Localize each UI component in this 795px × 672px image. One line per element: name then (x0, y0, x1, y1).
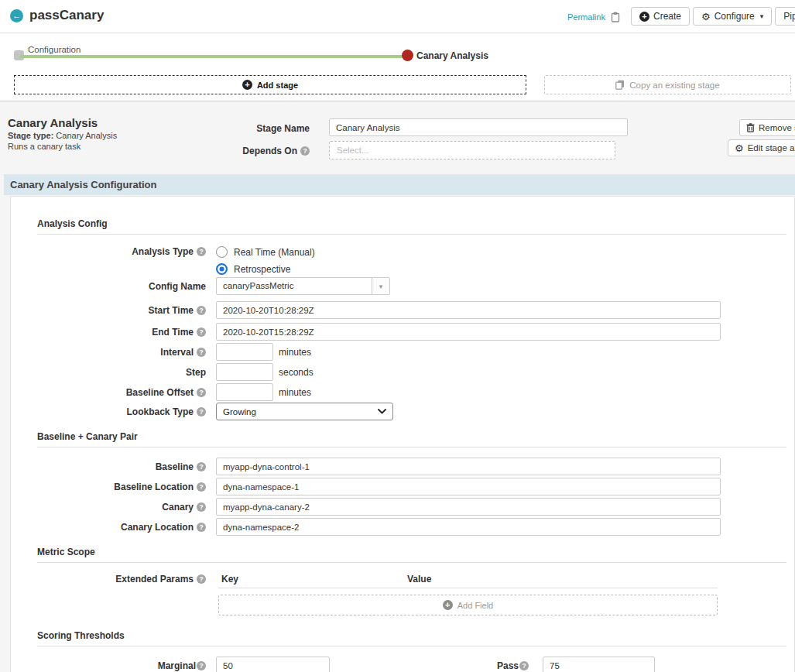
graph-stage-canary-analysis-label[interactable]: Canary Analysis (416, 50, 488, 61)
end-time-label: End Time? (37, 327, 206, 338)
clipboard-icon[interactable] (611, 12, 620, 22)
radio-retrospective[interactable]: Retrospective (216, 263, 315, 275)
depends-on-placeholder: Select... (337, 146, 369, 155)
help-icon[interactable]: ? (197, 462, 206, 471)
radio-real-time-label: Real Time (Manual) (234, 247, 315, 258)
divider (37, 234, 786, 235)
pipeline-top-card: ← passCanary Permalink + Create ⚙ Config… (0, 0, 795, 101)
copy-existing-stage-button[interactable]: Copy an existing stage (544, 75, 791, 94)
table-header-divider (218, 588, 718, 588)
divider (37, 447, 786, 447)
gear-icon: ⚙ (701, 12, 711, 22)
configure-button[interactable]: ⚙ Configure ▾ (693, 7, 772, 26)
start-time-label: Start Time? (37, 305, 206, 316)
permalink-link[interactable]: Permalink (567, 12, 605, 22)
canary-input[interactable] (216, 498, 721, 516)
step-input[interactable] (216, 363, 273, 381)
add-field-label: Add Field (457, 601, 493, 610)
add-stage-label: Add stage (257, 81, 298, 90)
help-icon[interactable]: ? (197, 247, 206, 256)
lookback-type-label: Lookback Type? (37, 406, 206, 417)
analysis-config-heading: Analysis Config (37, 218, 108, 229)
canary-config-section-title: Canary Analysis Configuration (10, 179, 157, 190)
graph-stage-configuration-label[interactable]: Configuration (28, 45, 81, 54)
pipeline-actions-button[interactable]: Pipeline Actions ▾ (775, 7, 795, 26)
canary-config-card: Analysis Config Analysis Type? Real Time… (10, 196, 795, 672)
header-divider (0, 33, 795, 33)
help-icon[interactable]: ? (197, 482, 206, 492)
dropdown-arrow-icon[interactable]: ▾ (372, 278, 389, 294)
canary-config-section-header: Canary Analysis Configuration (4, 174, 795, 195)
pipeline-title-wrap: ← passCanary (10, 8, 104, 23)
gear-icon: ⚙ (735, 143, 744, 153)
radio-real-time[interactable]: Real Time (Manual) (216, 246, 315, 258)
baseline-canary-pair-heading: Baseline + Canary Pair (37, 431, 138, 442)
edit-stage-as-json-button[interactable]: ⚙ Edit stage as JSON (728, 139, 795, 156)
stage-details-title: Canary Analysis (8, 116, 98, 129)
plus-circle-icon: + (242, 80, 252, 90)
graph-edge (19, 55, 407, 58)
back-icon[interactable]: ← (10, 9, 23, 22)
lookback-type-value: Growing (223, 407, 256, 417)
add-stage-button[interactable]: + Add stage (14, 75, 526, 94)
create-button-label: Create (653, 11, 681, 22)
pass-input[interactable] (543, 657, 655, 672)
help-icon[interactable]: ? (197, 523, 206, 532)
canary-label: Canary? (37, 502, 206, 513)
analysis-type-label: Analysis Type? (37, 246, 206, 257)
marginal-input[interactable] (216, 657, 330, 672)
help-icon[interactable]: ? (197, 306, 206, 315)
page-title: passCanary (29, 8, 104, 23)
baseline-offset-unit: minutes (279, 387, 311, 398)
config-name-value: canaryPassMetric (217, 278, 372, 294)
scoring-thresholds-heading: Scoring Thresholds (37, 630, 125, 641)
chevron-down-icon (378, 409, 386, 414)
interval-unit: minutes (279, 347, 311, 358)
help-icon[interactable]: ? (300, 146, 310, 156)
start-time-input[interactable] (216, 301, 721, 319)
baseline-offset-input[interactable] (216, 383, 273, 401)
value-column-header: Value (407, 574, 431, 585)
key-column-header: Key (221, 574, 238, 585)
stage-name-label: Stage Name (224, 123, 310, 134)
remove-stage-button[interactable]: Remove stage (739, 119, 795, 136)
help-icon[interactable]: ? (519, 661, 529, 670)
caret-down-icon: ▾ (760, 12, 764, 20)
help-icon[interactable]: ? (197, 327, 206, 337)
stage-type-line: Stage type: Canary Analysis (8, 131, 117, 140)
configure-button-label: Configure (714, 11, 755, 22)
create-button[interactable]: + Create (631, 7, 690, 26)
interval-input[interactable] (216, 343, 273, 361)
add-field-button[interactable]: + Add Field (218, 595, 718, 615)
pipeline-actions-label: Pipeline Actions (783, 11, 795, 22)
radio-checked-icon[interactable] (216, 263, 228, 275)
plus-circle-icon: + (443, 600, 453, 610)
pass-label: Pass? (330, 660, 529, 671)
end-time-input[interactable] (216, 323, 721, 341)
config-name-select[interactable]: canaryPassMetric ▾ (216, 277, 390, 295)
depends-on-select[interactable]: Select... (329, 141, 615, 159)
lookback-type-select[interactable]: Growing (216, 403, 393, 420)
graph-node-canary-analysis[interactable] (402, 50, 413, 61)
copy-existing-stage-label: Copy an existing stage (629, 81, 719, 90)
baseline-offset-label: Baseline Offset? (37, 387, 206, 398)
stage-name-input[interactable] (329, 118, 628, 136)
help-icon[interactable]: ? (197, 574, 206, 584)
baseline-input[interactable] (216, 458, 721, 475)
marginal-label: Marginal? (37, 660, 206, 671)
radio-unchecked-icon[interactable] (216, 246, 228, 258)
edit-stage-as-json-label: Edit stage as JSON (748, 143, 795, 153)
metric-scope-heading: Metric Scope (37, 547, 95, 557)
help-icon[interactable]: ? (197, 502, 206, 512)
baseline-location-input[interactable] (216, 478, 721, 495)
divider (37, 562, 786, 563)
help-icon[interactable]: ? (197, 348, 206, 357)
help-icon[interactable]: ? (197, 407, 206, 417)
remove-stage-label: Remove stage (759, 123, 795, 132)
canary-location-input[interactable] (216, 518, 721, 536)
copy-icon (615, 80, 625, 90)
help-icon[interactable]: ? (197, 661, 206, 670)
divider (37, 646, 786, 646)
baseline-label: Baseline? (37, 461, 206, 472)
help-icon[interactable]: ? (197, 388, 206, 397)
